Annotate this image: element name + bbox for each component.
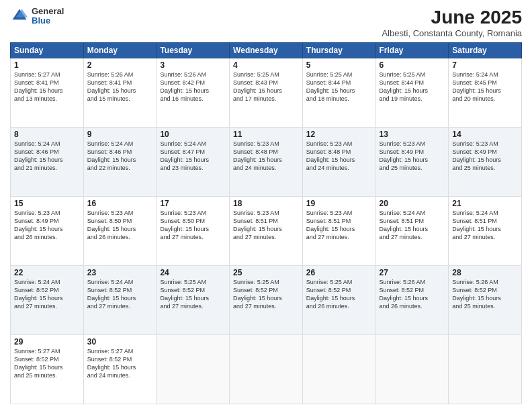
day-number: 25 [233, 268, 299, 277]
day-number: 8 [14, 130, 80, 139]
day-number: 7 [452, 60, 518, 70]
day-number: 9 [87, 130, 153, 139]
day-info: Sunrise: 5:25 AM Sunset: 8:52 PM Dayligh… [160, 278, 226, 311]
page: General Blue June 2025 Albesti, Constant… [0, 0, 532, 411]
calendar-cell: 7Sunrise: 5:24 AM Sunset: 8:45 PM Daylig… [449, 58, 522, 128]
day-number: 11 [233, 130, 299, 139]
day-info: Sunrise: 5:26 AM Sunset: 8:41 PM Dayligh… [87, 71, 153, 103]
calendar-cell: 1Sunrise: 5:27 AM Sunset: 8:41 PM Daylig… [11, 58, 84, 128]
calendar-cell: 20Sunrise: 5:24 AM Sunset: 8:51 PM Dayli… [375, 197, 449, 266]
day-info: Sunrise: 5:24 AM Sunset: 8:45 PM Dayligh… [452, 71, 518, 103]
day-header-wednesday: Wednesday [230, 43, 303, 58]
day-info: Sunrise: 5:24 AM Sunset: 8:47 PM Dayligh… [160, 140, 226, 173]
day-number: 20 [380, 199, 445, 208]
day-number: 21 [452, 199, 518, 208]
day-number: 27 [380, 268, 445, 277]
calendar-cell: 15Sunrise: 5:23 AM Sunset: 8:49 PM Dayli… [11, 197, 84, 266]
day-number: 24 [160, 268, 226, 277]
logo-icon [10, 7, 29, 26]
calendar-cell: 28Sunrise: 5:26 AM Sunset: 8:52 PM Dayli… [449, 266, 522, 335]
day-info: Sunrise: 5:25 AM Sunset: 8:44 PM Dayligh… [380, 71, 445, 103]
calendar-cell: 24Sunrise: 5:25 AM Sunset: 8:52 PM Dayli… [157, 266, 230, 335]
day-info: Sunrise: 5:23 AM Sunset: 8:48 PM Dayligh… [233, 140, 299, 173]
day-info: Sunrise: 5:25 AM Sunset: 8:43 PM Dayligh… [233, 71, 299, 103]
day-number: 26 [306, 268, 372, 277]
calendar-cell: 18Sunrise: 5:23 AM Sunset: 8:51 PM Dayli… [230, 197, 303, 266]
calendar-cell: 13Sunrise: 5:23 AM Sunset: 8:49 PM Dayli… [375, 128, 449, 197]
calendar-cell: 8Sunrise: 5:24 AM Sunset: 8:46 PM Daylig… [11, 128, 84, 197]
day-number: 14 [452, 130, 518, 139]
calendar-cell [157, 335, 230, 404]
calendar-cell: 23Sunrise: 5:24 AM Sunset: 8:52 PM Dayli… [83, 266, 157, 335]
calendar-cell: 6Sunrise: 5:25 AM Sunset: 8:44 PM Daylig… [375, 58, 449, 128]
calendar-cell: 3Sunrise: 5:26 AM Sunset: 8:42 PM Daylig… [157, 58, 230, 128]
week-row-2: 8Sunrise: 5:24 AM Sunset: 8:46 PM Daylig… [11, 128, 522, 197]
day-number: 10 [160, 130, 226, 139]
day-info: Sunrise: 5:24 AM Sunset: 8:51 PM Dayligh… [452, 209, 518, 242]
calendar-cell: 2Sunrise: 5:26 AM Sunset: 8:41 PM Daylig… [83, 58, 157, 128]
calendar-cell: 9Sunrise: 5:24 AM Sunset: 8:46 PM Daylig… [83, 128, 157, 197]
day-number: 23 [87, 268, 153, 277]
day-header-monday: Monday [83, 43, 157, 58]
day-number: 5 [306, 60, 372, 70]
week-row-5: 29Sunrise: 5:27 AM Sunset: 8:52 PM Dayli… [11, 335, 522, 404]
day-number: 28 [452, 268, 518, 277]
day-number: 1 [14, 60, 80, 70]
calendar-cell: 25Sunrise: 5:25 AM Sunset: 8:52 PM Dayli… [230, 266, 303, 335]
calendar-cell [230, 335, 303, 404]
calendar-cell [302, 335, 375, 404]
day-info: Sunrise: 5:23 AM Sunset: 8:50 PM Dayligh… [87, 209, 153, 242]
day-number: 16 [87, 199, 153, 208]
day-info: Sunrise: 5:24 AM Sunset: 8:52 PM Dayligh… [14, 278, 80, 311]
day-number: 19 [306, 199, 372, 208]
day-info: Sunrise: 5:25 AM Sunset: 8:52 PM Dayligh… [233, 278, 299, 311]
calendar-cell: 17Sunrise: 5:23 AM Sunset: 8:50 PM Dayli… [157, 197, 230, 266]
day-info: Sunrise: 5:24 AM Sunset: 8:52 PM Dayligh… [87, 278, 153, 311]
calendar-cell: 29Sunrise: 5:27 AM Sunset: 8:52 PM Dayli… [11, 335, 84, 404]
day-info: Sunrise: 5:27 AM Sunset: 8:41 PM Dayligh… [14, 71, 80, 103]
day-info: Sunrise: 5:27 AM Sunset: 8:52 PM Dayligh… [14, 347, 80, 380]
day-info: Sunrise: 5:23 AM Sunset: 8:48 PM Dayligh… [306, 140, 372, 173]
day-info: Sunrise: 5:24 AM Sunset: 8:51 PM Dayligh… [380, 209, 445, 242]
calendar-cell: 5Sunrise: 5:25 AM Sunset: 8:44 PM Daylig… [302, 58, 375, 128]
week-row-4: 22Sunrise: 5:24 AM Sunset: 8:52 PM Dayli… [11, 266, 522, 335]
month-title: June 2025 [382, 7, 522, 28]
calendar-header-row: SundayMondayTuesdayWednesdayThursdayFrid… [11, 43, 522, 58]
day-number: 6 [380, 60, 445, 70]
day-info: Sunrise: 5:23 AM Sunset: 8:51 PM Dayligh… [233, 209, 299, 242]
week-row-1: 1Sunrise: 5:27 AM Sunset: 8:41 PM Daylig… [11, 58, 522, 128]
logo: General Blue [10, 7, 64, 26]
calendar-cell: 12Sunrise: 5:23 AM Sunset: 8:48 PM Dayli… [302, 128, 375, 197]
day-header-friday: Friday [375, 43, 449, 58]
day-number: 4 [233, 60, 299, 70]
calendar-cell: 4Sunrise: 5:25 AM Sunset: 8:43 PM Daylig… [230, 58, 303, 128]
day-header-thursday: Thursday [302, 43, 375, 58]
day-info: Sunrise: 5:24 AM Sunset: 8:46 PM Dayligh… [14, 140, 80, 173]
day-info: Sunrise: 5:26 AM Sunset: 8:42 PM Dayligh… [160, 71, 226, 103]
calendar-cell: 26Sunrise: 5:25 AM Sunset: 8:52 PM Dayli… [302, 266, 375, 335]
calendar-cell: 16Sunrise: 5:23 AM Sunset: 8:50 PM Dayli… [83, 197, 157, 266]
calendar-cell [375, 335, 449, 404]
location: Albesti, Constanta County, Romania [382, 28, 522, 38]
calendar-cell: 11Sunrise: 5:23 AM Sunset: 8:48 PM Dayli… [230, 128, 303, 197]
day-info: Sunrise: 5:23 AM Sunset: 8:50 PM Dayligh… [160, 209, 226, 242]
day-header-sunday: Sunday [11, 43, 84, 58]
day-info: Sunrise: 5:25 AM Sunset: 8:44 PM Dayligh… [306, 71, 372, 103]
calendar-cell: 22Sunrise: 5:24 AM Sunset: 8:52 PM Dayli… [11, 266, 84, 335]
logo-blue-text: Blue [32, 16, 64, 26]
calendar-cell [449, 335, 522, 404]
week-row-3: 15Sunrise: 5:23 AM Sunset: 8:49 PM Dayli… [11, 197, 522, 266]
day-info: Sunrise: 5:23 AM Sunset: 8:49 PM Dayligh… [14, 209, 80, 242]
calendar-cell: 27Sunrise: 5:26 AM Sunset: 8:52 PM Dayli… [375, 266, 449, 335]
day-number: 12 [306, 130, 372, 139]
day-info: Sunrise: 5:24 AM Sunset: 8:46 PM Dayligh… [87, 140, 153, 173]
day-info: Sunrise: 5:23 AM Sunset: 8:51 PM Dayligh… [306, 209, 372, 242]
day-info: Sunrise: 5:23 AM Sunset: 8:49 PM Dayligh… [452, 140, 518, 173]
day-info: Sunrise: 5:23 AM Sunset: 8:49 PM Dayligh… [380, 140, 445, 173]
day-number: 22 [14, 268, 80, 277]
day-info: Sunrise: 5:26 AM Sunset: 8:52 PM Dayligh… [452, 278, 518, 311]
title-block: June 2025 Albesti, Constanta County, Rom… [382, 7, 522, 38]
day-header-tuesday: Tuesday [157, 43, 230, 58]
logo-text: General Blue [32, 7, 64, 26]
calendar-cell: 19Sunrise: 5:23 AM Sunset: 8:51 PM Dayli… [302, 197, 375, 266]
